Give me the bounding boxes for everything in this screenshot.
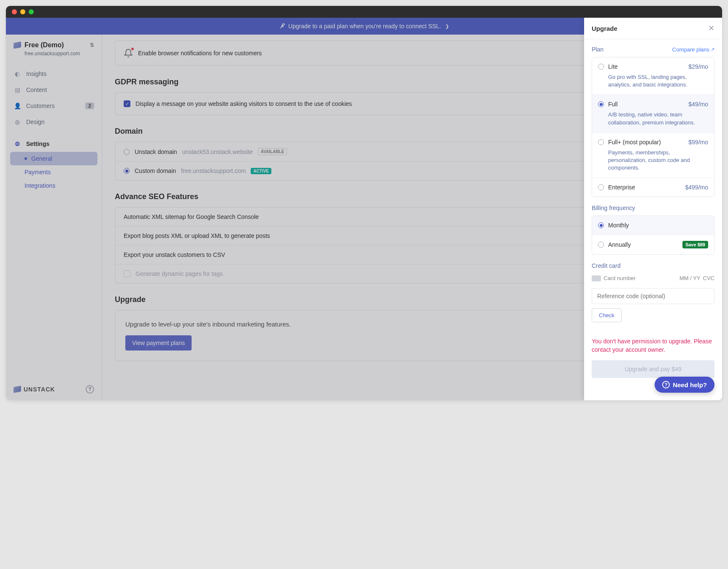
plan-full[interactable]: Full$49/mo A/B testing, native video, te… bbox=[592, 95, 714, 132]
plan-price: $29/mo bbox=[688, 63, 708, 70]
maximize-window-icon[interactable] bbox=[29, 9, 34, 14]
billing-radio[interactable] bbox=[598, 222, 604, 228]
plan-radio[interactable] bbox=[598, 139, 604, 145]
plan-name: Full bbox=[608, 101, 684, 108]
billing-label: Monthly bbox=[608, 222, 629, 229]
plan-price: $49/mo bbox=[688, 101, 708, 108]
plan-enterprise[interactable]: Enterprise$499/mo bbox=[592, 178, 714, 197]
panel-body: Plan Compare plans↗ Lite$29/mo Go pro wi… bbox=[584, 39, 722, 400]
upgrade-panel: Upgrade ✕ Plan Compare plans↗ Lite$29/mo… bbox=[584, 18, 722, 400]
question-icon: ? bbox=[662, 381, 670, 388]
plan-radio[interactable] bbox=[598, 64, 604, 70]
help-widget[interactable]: ? Need help? bbox=[655, 377, 714, 393]
plan-radio[interactable] bbox=[598, 101, 604, 107]
upgrade-pay-button[interactable]: Upgrade and pay $49 bbox=[592, 360, 714, 378]
check-button[interactable]: Check bbox=[592, 308, 622, 322]
credit-card-input[interactable]: Card number MM / YY CVC bbox=[592, 273, 714, 283]
billing-label: Annually bbox=[608, 241, 631, 248]
close-icon[interactable]: ✕ bbox=[708, 24, 714, 33]
billing-annually[interactable]: AnnuallySave $89 bbox=[592, 235, 714, 254]
plan-radio[interactable] bbox=[598, 184, 604, 190]
panel-title: Upgrade bbox=[592, 25, 617, 32]
billing-section-label: Billing frequency bbox=[592, 205, 635, 211]
plan-price: $499/mo bbox=[685, 184, 708, 191]
plan-name: Lite bbox=[608, 63, 684, 70]
cc-number-placeholder: Card number bbox=[604, 275, 636, 281]
minimize-window-icon[interactable] bbox=[20, 9, 25, 14]
billing-list: Monthly AnnuallySave $89 bbox=[592, 216, 714, 255]
reference-code-input[interactable] bbox=[592, 288, 714, 304]
cc-mmyy-placeholder: MM / YY bbox=[679, 275, 701, 281]
credit-card-icon bbox=[592, 275, 601, 281]
help-text: Need help? bbox=[673, 381, 707, 388]
plan-desc: Go pro with SSL, landing pages, analytic… bbox=[608, 73, 708, 89]
plan-name: Enterprise bbox=[608, 184, 681, 191]
save-badge: Save $89 bbox=[682, 241, 708, 248]
plan-section-label: Plan bbox=[592, 46, 604, 53]
plan-name: Full+ (most popular) bbox=[608, 139, 684, 146]
permission-error: You don't have permission to upgrade. Pl… bbox=[592, 337, 714, 354]
app-window: Upgrade to a paid plan when you're ready… bbox=[6, 6, 722, 400]
link-text: Compare plans bbox=[672, 46, 709, 53]
plan-list: Lite$29/mo Go pro with SSL, landing page… bbox=[592, 57, 714, 197]
external-link-icon: ↗ bbox=[711, 47, 714, 52]
billing-radio[interactable] bbox=[598, 242, 604, 248]
plan-desc: A/B testing, native video, team collabor… bbox=[608, 111, 708, 126]
plan-price: $99/mo bbox=[688, 139, 708, 146]
compare-plans-link[interactable]: Compare plans↗ bbox=[672, 46, 714, 53]
modal-overlay[interactable] bbox=[6, 18, 584, 400]
plan-lite[interactable]: Lite$29/mo Go pro with SSL, landing page… bbox=[592, 57, 714, 95]
billing-monthly[interactable]: Monthly bbox=[592, 216, 714, 235]
cc-cvc-placeholder: CVC bbox=[703, 275, 714, 281]
titlebar bbox=[6, 6, 722, 18]
panel-header: Upgrade ✕ bbox=[584, 18, 722, 39]
plan-fullplus[interactable]: Full+ (most popular)$99/mo Payments, mem… bbox=[592, 133, 714, 178]
plan-desc: Payments, memberships, personalization, … bbox=[608, 149, 708, 172]
cc-section-label: Credit card bbox=[592, 262, 620, 269]
close-window-icon[interactable] bbox=[12, 9, 17, 14]
